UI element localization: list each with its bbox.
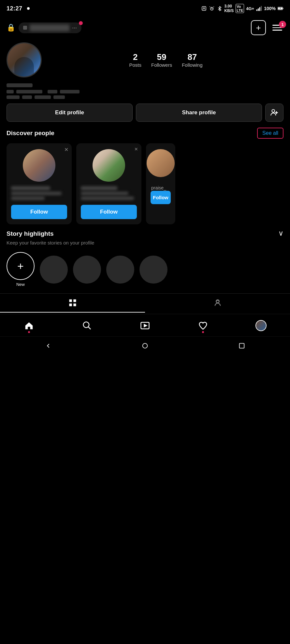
bio-line-3: [60, 90, 80, 93]
status-bar: 12:27 3.00KB/S VoLTE 4G+ 100%: [0, 0, 290, 17]
username-notif-dot: [79, 21, 83, 25]
person-username-3: praise_: [151, 185, 166, 190]
home-tab-dot: [28, 331, 30, 333]
battery-level: 100%: [264, 6, 276, 11]
followers-stat[interactable]: 59 Followers: [151, 52, 172, 68]
highlight-new-circle[interactable]: +: [7, 252, 35, 280]
people-scroll: ✕ Follow ✕ Follow praise_: [7, 143, 283, 224]
stats-row: 2 Posts 59 Followers 87 Following: [48, 52, 283, 68]
highlight-circle-4[interactable]: [139, 256, 167, 284]
status-time: 12:27: [7, 5, 22, 12]
new-post-button[interactable]: +: [251, 20, 266, 35]
person-name-lines-1: [11, 186, 67, 202]
share-profile-button[interactable]: Share profile: [136, 104, 262, 122]
edit-profile-button[interactable]: Edit profile: [7, 104, 133, 122]
see-all-button[interactable]: See all: [257, 128, 283, 139]
bio-line-4: [7, 95, 20, 99]
follow-button-3[interactable]: Follow: [151, 191, 171, 204]
recents-button[interactable]: [237, 341, 246, 350]
battery-icon: [278, 6, 283, 11]
person-sub-2: [81, 192, 128, 195]
person-avatar-3: [147, 149, 175, 177]
highlight-circle-3[interactable]: [106, 256, 134, 284]
highlight-circle-1[interactable]: [40, 256, 68, 284]
nfc-icon: [201, 6, 207, 11]
highlights-subtitle: Keep your favorite stories on your profi…: [7, 240, 283, 245]
discover-header: Discover people See all: [7, 128, 283, 139]
svg-rect-5: [261, 6, 262, 11]
add-person-icon: [270, 108, 279, 117]
follow-button-1[interactable]: Follow: [11, 205, 67, 219]
top-nav-right: + 1: [251, 20, 283, 35]
highlight-item-1[interactable]: [40, 256, 68, 284]
grid-view-button[interactable]: [0, 294, 145, 313]
profile-thumb-img: [256, 321, 266, 330]
signal-icon: [256, 6, 262, 11]
tab-activity[interactable]: [174, 319, 232, 332]
svg-rect-12: [69, 303, 72, 306]
svg-rect-2: [256, 9, 257, 11]
top-nav-left: 🔒 ██_███_███ ···: [7, 22, 81, 33]
profile-section: 2 Posts 59 Followers 87 Following: [0, 39, 290, 122]
bio-line-2: [48, 90, 57, 93]
person-card-2: ✕ Follow: [76, 143, 141, 224]
person-avatar-2: [93, 149, 125, 182]
menu-badge: 1: [279, 21, 286, 28]
svg-rect-20: [239, 343, 244, 348]
highlight-new-item[interactable]: + New: [7, 252, 35, 287]
home-button[interactable]: [140, 341, 150, 350]
highlight-circle-2[interactable]: [73, 256, 101, 284]
tab-home[interactable]: [0, 319, 58, 332]
back-icon: [45, 342, 52, 349]
highlight-item-3[interactable]: [106, 256, 134, 284]
discover-section: Discover people See all ✕ Follow ✕ Follo…: [0, 128, 290, 224]
profile-name-placeholder: [7, 83, 33, 87]
status-dot: [27, 7, 30, 10]
svg-point-19: [143, 343, 148, 348]
tagged-view-button[interactable]: [145, 294, 290, 313]
recents-icon: [238, 342, 245, 349]
search-icon: [82, 321, 92, 330]
reels-icon: [140, 321, 150, 330]
person-name-lines-2: [81, 186, 137, 202]
follow-button-2[interactable]: Follow: [81, 205, 137, 219]
svg-line-17: [88, 327, 91, 329]
tab-profile[interactable]: [232, 318, 290, 333]
posts-count: 2: [133, 52, 138, 62]
username-bar[interactable]: ██_███_███ ···: [19, 22, 81, 33]
posts-stat[interactable]: 2 Posts: [129, 52, 141, 68]
add-person-button[interactable]: [265, 104, 283, 122]
highlight-item-4[interactable]: [139, 256, 167, 284]
person-card-1: ✕ Follow: [7, 143, 72, 224]
highlight-new-label: New: [16, 282, 25, 287]
top-nav: 🔒 ██_███_███ ··· + 1: [0, 17, 290, 39]
tab-search[interactable]: [58, 319, 116, 332]
tagged-icon: [213, 298, 222, 307]
svg-rect-4: [259, 7, 260, 11]
person-close-1[interactable]: ✕: [64, 147, 68, 153]
home-icon: [24, 321, 34, 330]
tab-reels[interactable]: [116, 319, 174, 332]
posts-label: Posts: [129, 62, 141, 68]
profile-header: 2 Posts 59 Followers 87 Following: [7, 42, 283, 77]
bio-icon: [7, 90, 14, 93]
highlights-title: Story highlights: [7, 230, 54, 237]
profile-bio-lines: [7, 90, 283, 99]
person-close-2[interactable]: ✕: [134, 147, 138, 152]
avatar[interactable]: [7, 42, 42, 77]
menu-button[interactable]: 1: [271, 23, 283, 32]
following-stat[interactable]: 87 Following: [182, 52, 202, 68]
svg-rect-13: [73, 303, 76, 306]
system-nav: [0, 336, 290, 354]
highlights-collapse-icon[interactable]: ∧: [278, 230, 283, 238]
svg-point-9: [272, 109, 275, 112]
back-button[interactable]: [44, 341, 53, 350]
person-card-3: praise_ Follow: [146, 143, 175, 224]
svg-rect-10: [69, 300, 72, 302]
person-sub2-2: [81, 197, 134, 200]
highlight-plus-icon: +: [17, 260, 24, 273]
bio-line-1: [16, 90, 42, 93]
view-toggle: [0, 293, 290, 313]
highlight-item-2[interactable]: [73, 256, 101, 284]
highlights-row: + New: [7, 252, 283, 287]
